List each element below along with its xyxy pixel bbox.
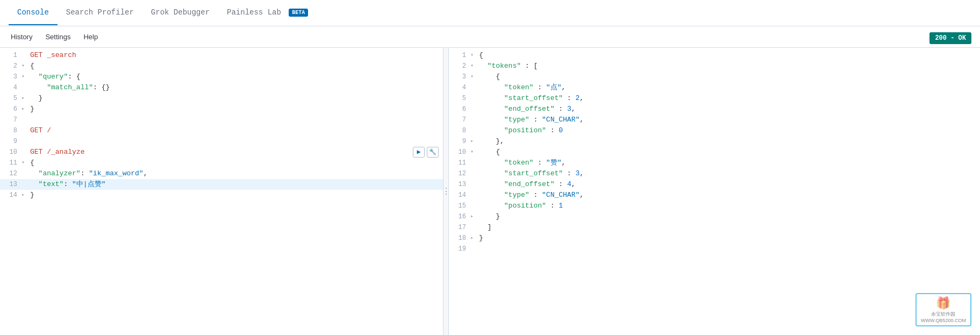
code-line: 8 GET / (0, 125, 443, 136)
toolbar: History Settings Help (0, 26, 980, 48)
top-navigation: Console Search Profiler Grok Debugger Pa… (0, 0, 980, 26)
tools-icon[interactable]: 🔧 (427, 147, 439, 158)
code-line: 12 "start_offset" : 3, (449, 168, 980, 179)
code-line: 16 ▸ } (449, 211, 980, 222)
code-line: 7 (0, 115, 443, 125)
code-line: 2 ▾ { (0, 61, 443, 72)
help-button[interactable]: Help (81, 32, 100, 42)
run-button[interactable]: ▶ (413, 147, 425, 158)
tab-painless-lab[interactable]: Painless Lab BETA (218, 1, 317, 25)
tab-grok-debugger[interactable]: Grok Debugger (142, 1, 218, 25)
code-line: 3 ▾ { (449, 72, 980, 82)
code-line: 10 ▾ { (449, 147, 980, 158)
right-editor-pane[interactable]: 1 ▾ { 2 ▾ "tokens" : [ 3 ▾ { 4 "tok (449, 48, 980, 335)
code-line: 4 "token" : "点", (449, 82, 980, 93)
code-line-highlighted: 13 "text": "中|点赞" (0, 179, 443, 190)
watermark: 🎁 余宝软件园 WWW.QB5200.COM (915, 293, 971, 326)
watermark-url: WWW.QB5200.COM (921, 318, 966, 323)
code-line: 10 GET /_analyze ▶ 🔧 (0, 147, 443, 158)
code-line: 3 ▾ "query": { (0, 72, 443, 82)
code-line: 17 ] (449, 222, 980, 233)
code-line: 4 "match_all": {} (0, 82, 443, 93)
code-line: 5 "start_offset" : 2, (449, 93, 980, 104)
status-badge: 200 - OK (929, 32, 971, 44)
editor-container: 1 GET _search 2 ▾ { 3 ▾ "query": { 4 "m (0, 48, 980, 335)
code-line: 14 "type" : "CN_CHAR", (449, 190, 980, 201)
code-line: 13 "end_offset" : 4, (449, 179, 980, 190)
code-line: 1 ▾ { (449, 50, 980, 61)
watermark-text: 余宝软件园 (921, 311, 966, 318)
code-line: 11 ▾ { (0, 158, 443, 168)
right-code-area: 1 ▾ { 2 ▾ "tokens" : [ 3 ▾ { 4 "tok (449, 48, 980, 256)
code-line: 9 ▸ }, (449, 136, 980, 147)
beta-badge: BETA (289, 9, 308, 17)
code-line: 7 "type" : "CN_CHAR", (449, 115, 980, 125)
code-line: 6 "end_offset" : 3, (449, 104, 980, 115)
tab-search-profiler[interactable]: Search Profiler (58, 1, 142, 25)
code-line: 8 "position" : 0 (449, 125, 980, 136)
pane-divider[interactable] (443, 48, 449, 335)
left-code-area: 1 GET _search 2 ▾ { 3 ▾ "query": { 4 "m (0, 48, 443, 203)
line-actions: ▶ 🔧 (413, 147, 439, 158)
code-line: 9 (0, 136, 443, 147)
code-line: 18 ▸ } (449, 233, 980, 244)
code-line: 1 GET _search (0, 50, 443, 61)
code-line: 5 ▸ } (0, 93, 443, 104)
code-line: 19 (449, 244, 980, 254)
settings-button[interactable]: Settings (43, 32, 73, 42)
code-line: 11 "token" : "赞", (449, 158, 980, 168)
code-line: 14 ▸ } (0, 190, 443, 201)
code-line: 12 "analyzer": "ik_max_word", (0, 168, 443, 179)
watermark-icon: 🎁 (921, 296, 966, 311)
left-editor-pane[interactable]: 1 GET _search 2 ▾ { 3 ▾ "query": { 4 "m (0, 48, 443, 335)
code-line: 15 "position" : 1 (449, 201, 980, 211)
code-line: 6 ▸ } (0, 104, 443, 115)
code-line: 2 ▾ "tokens" : [ (449, 61, 980, 72)
tab-console[interactable]: Console (9, 1, 58, 25)
history-button[interactable]: History (9, 32, 34, 42)
